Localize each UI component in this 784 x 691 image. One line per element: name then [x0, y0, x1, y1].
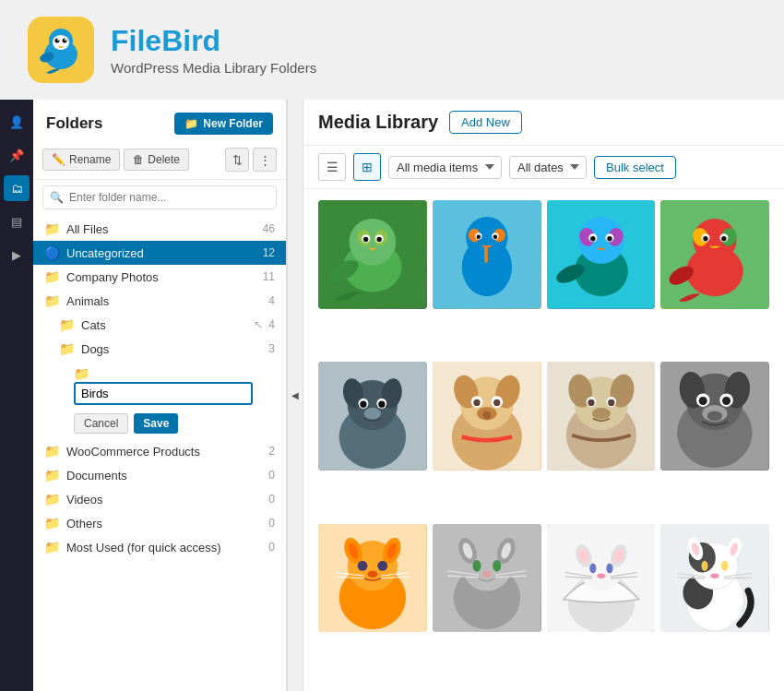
folder-item-animals[interactable]: 📁 Animals 4: [33, 289, 286, 313]
folder-label: Uncategorized: [66, 246, 257, 260]
rename-button[interactable]: ✏️ Rename: [42, 149, 120, 171]
app-header: FileBird WordPress Media Library Folders: [0, 0, 784, 100]
folder-count: 0: [268, 493, 275, 506]
folder-item-most-used[interactable]: 📁 Most Used (for quick access) 0: [33, 535, 286, 559]
folder-item-others[interactable]: 📁 Others 0: [33, 511, 286, 535]
media-header: Media Library Add New: [303, 100, 784, 146]
new-folder-button[interactable]: 📁 New Folder: [174, 113, 273, 135]
bulk-select-button[interactable]: Bulk select: [594, 156, 676, 179]
folders-panel: Folders 📁 New Folder ✏️ Rename 🗑 Delete …: [33, 100, 287, 691]
sort-button[interactable]: ⇅: [225, 148, 249, 172]
rename-label: Rename: [69, 153, 111, 166]
folder-search-input[interactable]: [42, 185, 277, 209]
folder-label: Videos: [66, 493, 263, 506]
folder-label: Dogs: [81, 342, 263, 356]
svg-point-81: [591, 408, 610, 420]
svg-point-79: [588, 399, 594, 406]
folder-icon: 📁: [44, 269, 60, 284]
main-layout: 👤 📌 🗂 ▤ ▶ Folders 📁 New Folder ✏️ Rename…: [0, 100, 784, 691]
add-new-button[interactable]: Add New: [449, 111, 522, 134]
nav-icon-pin[interactable]: 📌: [4, 142, 30, 168]
svg-point-60: [364, 408, 381, 420]
folder-label: Most Used (for quick access): [66, 541, 263, 554]
folder-item-birds-renaming: 📁: [33, 361, 286, 410]
nav-icon-list[interactable]: ▤: [4, 208, 30, 234]
folder-count: 0: [268, 541, 275, 554]
svg-point-116: [482, 570, 491, 577]
media-item-bird-2[interactable]: [433, 200, 541, 309]
svg-point-18: [363, 237, 368, 242]
folder-label: Company Photos: [66, 270, 257, 284]
media-item-dog-1[interactable]: [318, 362, 427, 471]
folder-count: 4: [268, 294, 275, 307]
nav-icon-folder[interactable]: 🗂: [4, 175, 30, 201]
folder-count: 12: [263, 246, 275, 259]
folder-label: All Files: [66, 222, 257, 236]
media-item-cat-1[interactable]: [318, 524, 427, 633]
folder-icon: 📁: [44, 293, 60, 308]
folder-search-container: 🔍: [42, 185, 277, 209]
media-item-dog-2[interactable]: [433, 362, 541, 471]
folder-icon: 📁: [59, 341, 75, 356]
folder-count: 0: [268, 469, 275, 482]
media-grid: [303, 189, 784, 691]
nav-icon-play[interactable]: ▶: [4, 242, 30, 268]
folder-item-documents[interactable]: 📁 Documents 0: [33, 463, 286, 487]
folder-item-woocommerce[interactable]: 📁 WooCommerce Products 2: [33, 439, 286, 463]
folder-item-dogs[interactable]: 📁 Dogs 3: [33, 337, 286, 361]
folder-list: 📁 All Files 46 🔵 Uncategorized 12 📁 Comp…: [33, 217, 286, 691]
app-branding: FileBird WordPress Media Library Folders: [111, 24, 316, 76]
folder-icon: 📁: [44, 516, 60, 530]
folder-icon: 📁: [44, 444, 60, 459]
delete-button[interactable]: 🗑 Delete: [124, 149, 189, 171]
folder-label: WooCommerce Products: [66, 445, 263, 459]
app-name: FileBird: [111, 24, 316, 58]
svg-point-80: [608, 399, 614, 406]
folder-icon: 📁: [44, 492, 60, 506]
folder-label: Documents: [66, 469, 263, 483]
svg-point-115: [493, 560, 501, 572]
svg-point-102: [367, 570, 377, 577]
folder-label: Others: [66, 517, 263, 530]
list-view-button[interactable]: ☰: [318, 153, 346, 181]
birds-rename-input[interactable]: [74, 382, 253, 405]
media-panel: Media Library Add New ☰ ⊞ All media item…: [303, 100, 784, 691]
media-item-bird-1[interactable]: [318, 200, 427, 309]
date-filter[interactable]: All dates: [509, 156, 587, 179]
media-item-cat-3[interactable]: [547, 524, 656, 633]
media-item-bird-3[interactable]: [547, 200, 656, 309]
media-item-bird-4[interactable]: [660, 200, 769, 309]
media-item-cat-2[interactable]: [433, 524, 541, 633]
folder-item-videos[interactable]: 📁 Videos 0: [33, 487, 286, 511]
nav-sidebar: 👤 📌 🗂 ▤ ▶: [0, 100, 33, 691]
svg-point-89: [699, 397, 707, 405]
folder-item-cats[interactable]: 📁 Cats ↖ 4: [33, 313, 286, 337]
svg-point-13: [350, 219, 397, 266]
folder-count: 46: [263, 222, 275, 235]
folder-item-all-files[interactable]: 📁 All Files 46: [33, 217, 286, 241]
nav-icon-person[interactable]: 👤: [4, 109, 30, 135]
svg-point-58: [360, 401, 366, 408]
panel-toggle-button[interactable]: ◀: [287, 100, 303, 691]
folder-count: 3: [268, 342, 275, 355]
folder-icon: 📁: [44, 468, 60, 483]
svg-point-39: [607, 236, 612, 241]
folder-count: 4: [268, 318, 275, 331]
more-options-button[interactable]: ⋮: [253, 148, 277, 172]
svg-point-100: [358, 561, 368, 571]
delete-icon: 🗑: [133, 153, 144, 166]
folder-item-uncategorized[interactable]: 🔵 Uncategorized 12: [33, 241, 286, 265]
svg-point-92: [707, 411, 722, 422]
media-type-filter[interactable]: All media items: [388, 156, 502, 179]
rename-save-button[interactable]: Save: [134, 413, 178, 434]
media-item-cat-4[interactable]: [660, 524, 769, 633]
media-item-dog-3[interactable]: [547, 362, 656, 471]
folder-icon: 📁: [74, 366, 89, 381]
svg-point-144: [702, 561, 708, 571]
rename-actions: Cancel Save: [33, 410, 286, 439]
grid-view-button[interactable]: ⊞: [353, 153, 381, 181]
media-item-dog-4[interactable]: [660, 362, 769, 471]
folders-title: Folders: [46, 114, 102, 133]
folder-item-company-photos[interactable]: 📁 Company Photos 11: [33, 265, 286, 289]
rename-cancel-button[interactable]: Cancel: [74, 413, 128, 434]
